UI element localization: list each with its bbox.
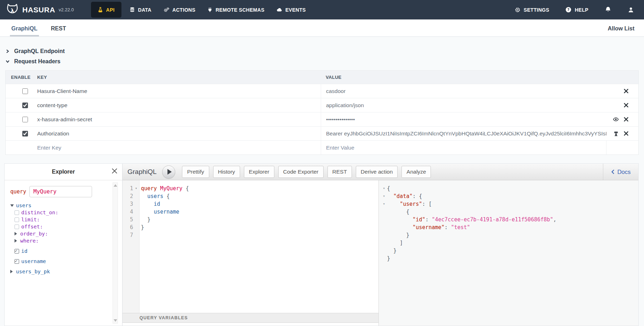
help-icon: ? xyxy=(565,7,571,13)
header-enable-checkbox[interactable] xyxy=(22,103,28,108)
header-enable-checkbox[interactable] xyxy=(22,117,28,122)
scroll-down-icon[interactable] xyxy=(114,319,117,322)
header-enable-checkbox[interactable] xyxy=(22,131,28,136)
toolbar-button-rest[interactable]: REST xyxy=(327,166,352,178)
toolbar-button-explorer[interactable]: Explorer xyxy=(244,166,274,178)
tree-item-username[interactable]: username xyxy=(15,258,112,265)
table-header-row: ENABLE KEY VALUE xyxy=(6,71,638,84)
result-text: { xyxy=(387,185,390,192)
query-variables-editor[interactable] xyxy=(122,323,378,326)
toolbar-button-prettify[interactable]: Prettify xyxy=(182,166,209,178)
header-value-field[interactable]: application/json xyxy=(321,98,606,112)
new-header-key-input[interactable] xyxy=(37,145,321,151)
tree-item-order-by[interactable]: order_by: xyxy=(15,230,112,237)
navbar-right-items: SETTINGS?HELP xyxy=(515,0,588,19)
tree-item-users[interactable]: users xyxy=(10,202,112,209)
header-key-field[interactable]: Authorization xyxy=(36,127,321,140)
bell-icon[interactable] xyxy=(605,6,611,13)
fold-arrow-icon[interactable]: ▾ xyxy=(381,185,387,192)
section-toggle-request-headers[interactable]: Request Headers xyxy=(6,58,639,65)
docs-button[interactable]: Docs xyxy=(603,164,638,180)
checkbox-icon[interactable] xyxy=(15,225,19,229)
checkbox-icon[interactable] xyxy=(15,217,19,222)
explorer-close-icon[interactable] xyxy=(112,168,118,174)
tree-item-id[interactable]: id xyxy=(15,248,112,255)
caret-down-icon[interactable] xyxy=(10,204,14,207)
close-icon[interactable] xyxy=(624,117,628,122)
checkbox-checked-icon[interactable] xyxy=(15,259,19,264)
line-number: 6 xyxy=(122,223,133,231)
nav-item-remote-schemas[interactable]: REMOTE SCHEMAS xyxy=(201,0,270,19)
toolbar-button-derive-action[interactable]: Derive action xyxy=(356,166,398,178)
nav-item-label: REMOTE SCHEMAS xyxy=(216,7,264,13)
toolbar-button-history[interactable]: History xyxy=(213,166,240,178)
jwt-decode-icon[interactable] xyxy=(613,131,619,136)
header-enable-checkbox[interactable] xyxy=(22,88,28,94)
navbar-items: APIDATAACTIONSREMOTE SCHEMASEVENTS xyxy=(89,0,312,19)
checkbox-checked-icon[interactable] xyxy=(15,249,19,254)
header-value-field[interactable]: Bearer eyJhbGciOiJSUzI1NiIsImtpZCI6ImNlc… xyxy=(321,127,606,140)
result-line: ▾ "users": [ xyxy=(381,200,638,208)
nav-item-help[interactable]: ?HELP xyxy=(565,7,588,13)
eye-icon[interactable] xyxy=(613,116,619,122)
header-key-field[interactable]: x-hasura-admin-secret xyxy=(36,112,321,126)
toolbar-button-analyze[interactable]: Analyze xyxy=(401,166,431,178)
editor-code[interactable]: 1▾query MyQuery {2 users {3 id4 username… xyxy=(122,180,378,313)
nav-item-events[interactable]: EVENTS xyxy=(270,0,312,19)
allow-list-link[interactable]: Allow List xyxy=(608,25,639,36)
code-text: query MyQuery { xyxy=(139,185,189,192)
operation-name-input[interactable] xyxy=(29,186,92,197)
header-key-field[interactable]: content-type xyxy=(36,98,321,112)
scroll-up-icon[interactable] xyxy=(114,184,117,187)
tree-item-where[interactable]: where: xyxy=(15,237,112,244)
fold-arrow-icon[interactable]: ▾ xyxy=(381,192,387,200)
tab-rest[interactable]: REST xyxy=(50,25,68,36)
nav-item-settings[interactable]: SETTINGS xyxy=(515,7,549,13)
tree-item-limit[interactable]: limit: xyxy=(15,216,112,223)
section-toggle-graphql-endpoint[interactable]: GraphQL Endpoint xyxy=(6,47,639,55)
caret-right-icon[interactable] xyxy=(10,270,14,273)
new-header-value-input[interactable] xyxy=(326,145,606,151)
header-value-field[interactable]: ••••••••••••••• xyxy=(321,112,606,126)
tab-graphiql[interactable]: GraphiQL xyxy=(10,25,39,36)
checkbox-icon[interactable] xyxy=(15,210,19,215)
fold-arrow-icon[interactable]: ▾ xyxy=(381,200,387,208)
close-icon[interactable] xyxy=(624,103,628,107)
new-header-row xyxy=(6,140,638,155)
result-text: ] xyxy=(387,239,403,247)
toolbar-button-code-exporter[interactable]: Code Exporter xyxy=(278,166,324,178)
close-icon[interactable] xyxy=(624,89,628,93)
close-icon[interactable] xyxy=(624,131,628,136)
fold-arrow-icon[interactable]: ▾ xyxy=(133,185,139,192)
caret-right-icon[interactable] xyxy=(15,239,18,243)
tree-item-users-by-pk[interactable]: users_by_pk xyxy=(10,268,112,275)
code-token: } xyxy=(141,224,144,231)
query-variables-label: QUERY VARIABLES xyxy=(139,315,188,320)
result-token: { xyxy=(387,209,409,215)
tree-item-distinct-on[interactable]: distinct_on: xyxy=(15,209,112,216)
explorer-scrollbar[interactable] xyxy=(113,182,118,324)
nav-item-data[interactable]: DATA xyxy=(124,0,158,19)
row-actions xyxy=(606,98,638,112)
code-token xyxy=(141,193,147,199)
nav-item-actions[interactable]: ACTIONS xyxy=(158,0,201,19)
tree-item-offset[interactable]: offset: xyxy=(15,223,112,230)
cloud-icon xyxy=(277,7,282,12)
header-value-field[interactable]: casdoor xyxy=(321,84,606,98)
code-token xyxy=(141,201,154,207)
fold-gutter xyxy=(133,200,139,208)
code-text: id xyxy=(139,200,160,208)
caret-right-icon[interactable] xyxy=(15,232,18,235)
subtabs-bar: GraphiQLREST Allow List xyxy=(0,19,644,37)
code-line: 6} xyxy=(122,223,378,231)
execute-query-button[interactable] xyxy=(162,165,175,179)
result-token: "test" xyxy=(451,224,470,231)
result-text: } xyxy=(387,231,409,239)
line-number: 1 xyxy=(122,185,133,192)
query-variables-bar[interactable]: QUERY VARIABLES xyxy=(122,313,378,323)
explorer-title: Explorer xyxy=(52,169,75,175)
header-key-field[interactable]: Hasura-Client-Name xyxy=(36,84,321,98)
brand[interactable]: λ HASURA v2.22.0 xyxy=(0,3,74,17)
user-icon[interactable] xyxy=(628,7,634,13)
nav-item-api[interactable]: API xyxy=(91,2,121,18)
